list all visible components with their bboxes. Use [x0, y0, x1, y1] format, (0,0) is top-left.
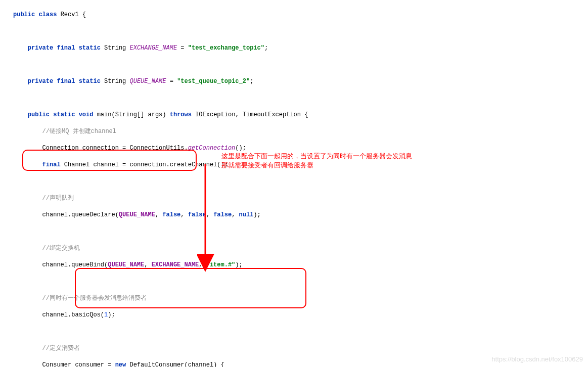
- line: private final static String QUEUE_NAME =…: [13, 77, 588, 86]
- line: //绑定交换机: [13, 244, 588, 253]
- annotation-text: 这里是配合下面一起用的，当设置了为同时有一个服务器会发消息 那就需要接受者有回调…: [221, 152, 412, 170]
- code-editor: public class Recv1 { private final stati…: [2, 2, 588, 367]
- watermark: https://blog.csdn.net/fox100629: [491, 355, 583, 363]
- line: [13, 227, 588, 236]
- line: public static void main(String[] args) t…: [13, 111, 588, 119]
- line: //声明队列: [13, 194, 588, 203]
- line: public class Recv1 {: [13, 11, 588, 19]
- line: //链接MQ 并创建channel: [13, 127, 588, 136]
- line: //同时有一个服务器会发消息给消费者: [13, 294, 588, 303]
- line: [13, 61, 588, 69]
- line: private final static String EXCHANGE_NAM…: [13, 44, 588, 53]
- line: Connection connection = ConnectionUtils.…: [13, 144, 588, 153]
- line: [13, 27, 588, 36]
- line: channel.queueBind(QUEUE_NAME, EXCHANGE_N…: [13, 261, 588, 269]
- line: channel.queueDeclare(QUEUE_NAME, false, …: [13, 211, 588, 219]
- line: channel.basicQos(1);: [13, 311, 588, 319]
- line: [13, 278, 588, 286]
- line: //定义消费者: [13, 344, 588, 353]
- line: [13, 94, 588, 103]
- line: [13, 328, 588, 336]
- line: [13, 177, 588, 186]
